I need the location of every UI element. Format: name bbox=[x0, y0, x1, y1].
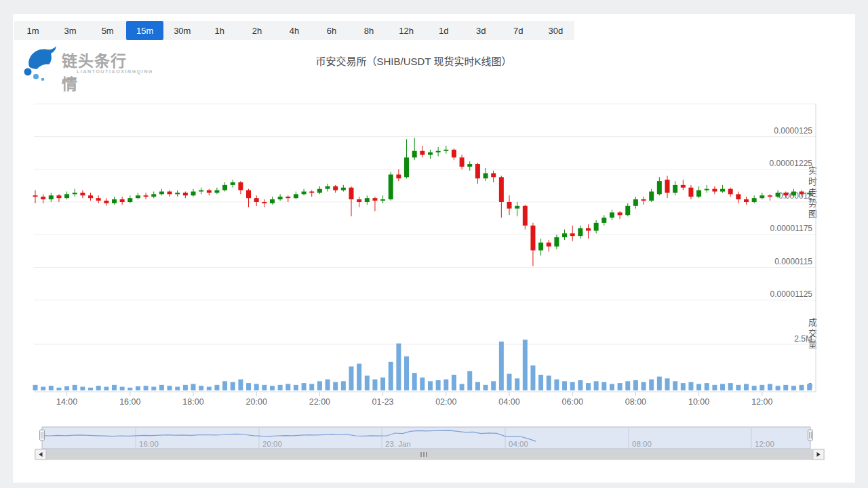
time-axis-label: 22:00 bbox=[309, 397, 330, 407]
timeframe-option-5m[interactable]: 5m bbox=[89, 21, 126, 40]
time-axis-label: 12:00 bbox=[751, 397, 772, 407]
scrollbar-left-button[interactable] bbox=[35, 449, 46, 460]
navigator-left-handle[interactable] bbox=[40, 430, 45, 441]
timeframe-option-2h[interactable]: 2h bbox=[238, 21, 275, 40]
time-axis-label: 06:00 bbox=[562, 397, 583, 407]
chart-plot-area[interactable] bbox=[34, 102, 816, 392]
timeframe-option-3m[interactable]: 3m bbox=[52, 21, 89, 40]
time-axis-label: 04:00 bbox=[498, 397, 519, 407]
navigator-time-label: 23. Jan bbox=[385, 440, 411, 448]
page-title: 币安交易所（SHIB/USDT 现货实时K线图） bbox=[0, 54, 827, 68]
time-axis-label: 16:00 bbox=[119, 397, 140, 407]
time-axis-label: 10:00 bbox=[688, 397, 709, 407]
navigator-time-label: 12:00 bbox=[755, 440, 774, 448]
navigator-and-scrollbar: 16:0020:0023. Jan04:0008:0012:00 bbox=[0, 420, 868, 485]
timeframe-option-3d[interactable]: 3d bbox=[462, 21, 500, 40]
timeframe-option-7d[interactable]: 7d bbox=[500, 21, 537, 40]
timeframe-option-1h[interactable]: 1h bbox=[201, 21, 238, 40]
navigator-time-label: 16:00 bbox=[139, 440, 159, 448]
timeframe-option-12h[interactable]: 12h bbox=[388, 21, 425, 40]
timeframe-option-1m[interactable]: 1m bbox=[14, 21, 52, 40]
scrollbar-right-button[interactable] bbox=[813, 449, 824, 460]
navigator-time-label: 20:00 bbox=[262, 440, 282, 448]
time-axis-label: 02:00 bbox=[435, 397, 456, 407]
timeframe-option-30d[interactable]: 30d bbox=[537, 21, 574, 40]
time-axis-label: 14:00 bbox=[56, 397, 77, 407]
timeframe-option-4h[interactable]: 4h bbox=[275, 21, 313, 40]
timeframe-option-1d[interactable]: 1d bbox=[425, 21, 462, 40]
navigator-time-label: 04:00 bbox=[509, 440, 528, 448]
time-axis: 14:0016:0018:0020:0022:0001-2302:0004:00… bbox=[56, 392, 773, 407]
time-axis-label: 08:00 bbox=[625, 397, 646, 407]
logo-subtext: LIANTOUTIAOXINGQING bbox=[77, 69, 153, 74]
navigator-right-handle[interactable] bbox=[808, 430, 813, 441]
time-axis-label: 20:00 bbox=[246, 397, 267, 407]
timeframe-option-30m[interactable]: 30m bbox=[163, 21, 201, 40]
navigator-time-label: 08:00 bbox=[632, 440, 652, 448]
timeframe-option-8h[interactable]: 8h bbox=[351, 21, 388, 40]
scrollbar-thumb[interactable] bbox=[46, 449, 813, 460]
timeframe-bar: 1m3m5m15m30m1h2h4h6h8h12h1d3d7d30d bbox=[14, 21, 574, 40]
timeframe-option-6h[interactable]: 6h bbox=[313, 21, 351, 40]
time-axis-label: 01-23 bbox=[372, 397, 394, 407]
timeframe-option-15m[interactable]: 15m bbox=[126, 21, 163, 40]
main-chart: 0.00001250.000012250.0000120.000011750.0… bbox=[0, 98, 868, 420]
time-axis-label: 18:00 bbox=[182, 397, 203, 407]
